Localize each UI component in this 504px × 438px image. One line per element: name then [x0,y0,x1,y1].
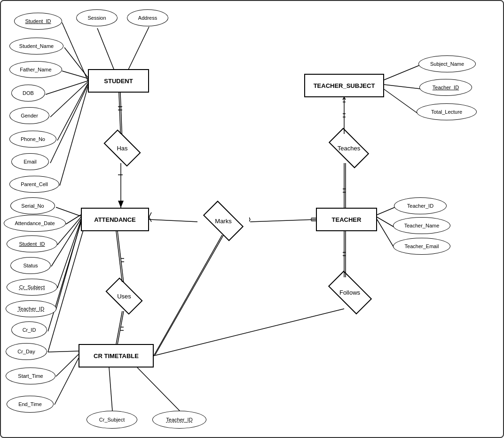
svg-line-49 [118,311,124,344]
svg-line-53 [109,368,112,411]
has-relationship: Has [99,134,146,162]
svg-marker-13 [118,201,124,208]
student-entity: STUDENT [88,69,149,93]
student-id-attr: Student_ID [14,13,62,30]
svg-line-14 [56,207,81,216]
svg-line-54 [137,368,180,411]
follows-relationship: Follows [322,277,378,308]
teacher-entity: TEACHER [316,208,377,231]
svg-line-41 [384,89,417,113]
svg-line-46 [116,231,122,283]
teacher-id-t-attr: Teacher_ID [394,197,447,214]
svg-line-7 [57,83,88,141]
svg-line-32 [377,219,394,248]
subject-name-attr: Subject_Name [418,55,476,72]
teacher-email-attr: Teacher_Email [393,238,450,255]
er-diagram-canvas: STUDENT ATTENDANCE CR TIMETABLE TEACHER … [0,0,504,438]
svg-line-52 [55,358,79,405]
teacher-name-attr: Teacher_Name [393,217,450,234]
svg-line-56 [155,231,226,355]
cr-timetable-entity: CR TIMETABLE [79,344,154,368]
svg-line-25 [250,219,316,222]
student-name-attr: Student_Name [9,38,63,55]
total-lecture-attr: Total_Lecture [417,103,477,120]
gender-attr: Gender [9,107,49,124]
teaches-relationship: Teaches [323,134,375,162]
parent-cell-attr: Parent_Cell [9,176,59,193]
svg-line-31 [377,217,394,227]
teacher-id-ts-attr: Teacher_ID [419,79,472,96]
serial-no-attr: Serial_No [10,197,55,214]
svg-line-44 [154,309,344,356]
uses-relationship: Uses [101,282,148,310]
svg-line-9 [60,86,88,186]
svg-line-22 [149,219,198,222]
cr-subject-attr: Cr_Subject [7,279,57,296]
address-attr: Address [127,9,168,26]
teacher-id2-attr: Teacher_ID [152,411,206,429]
student-id2-attr: Student_ID [7,235,57,252]
teacher-id-att-attr: Teacher_ID [6,300,56,317]
cr-id-attr: Cr_ID [11,321,47,338]
cr-day-attr: Cr_Day [6,343,47,360]
marks-relationship: Marks [197,207,249,235]
svg-line-40 [384,85,420,89]
svg-line-48 [116,311,122,344]
svg-line-23 [149,212,151,217]
father-name-attr: Father_Name [9,61,62,78]
svg-line-2 [128,27,149,70]
dob-attr: DOB [11,85,45,102]
email-attr: Email [11,153,49,170]
attendance-date-attr: Attendance_Date [4,215,66,232]
teacher-subject-entity: TEACHER_SUBJECT [304,74,384,97]
svg-line-55 [154,231,224,356]
svg-line-47 [118,231,124,283]
start-time-attr: Start_Time [6,368,55,384]
session-attr: Session [76,9,118,26]
end-time-attr: End_Time [7,396,54,413]
status-attr: Status [10,257,51,274]
svg-line-50 [48,351,79,352]
phone-no-attr: Phone_No [9,131,56,148]
svg-line-30 [377,207,395,215]
svg-line-39 [384,65,419,80]
attendance-entity: ATTENDANCE [81,208,149,231]
cr-subject2-attr: Cr_Subject [87,411,137,429]
svg-line-1 [97,28,114,69]
